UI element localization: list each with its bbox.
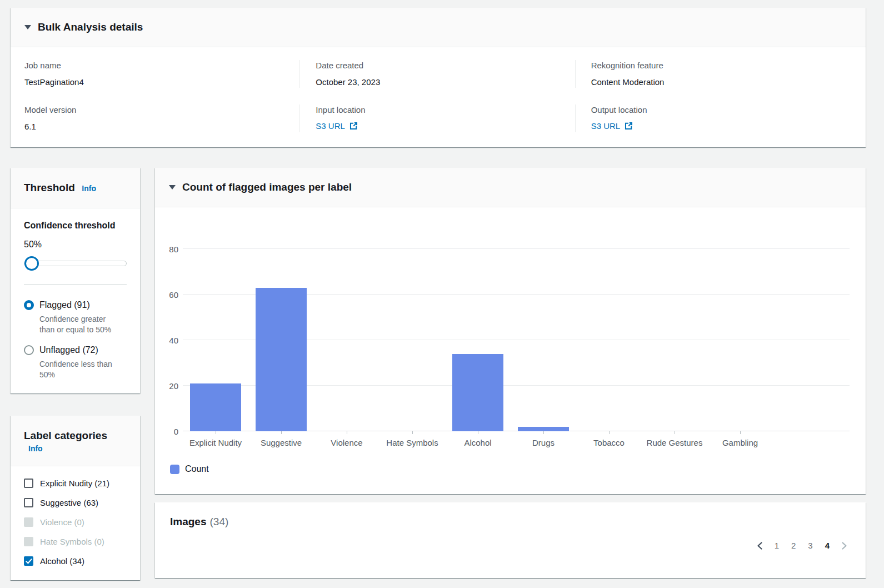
threshold-title: Threshold	[24, 182, 75, 193]
images-title-text: Images	[170, 516, 206, 527]
confidence-threshold-label: Confidence threshold	[24, 220, 127, 232]
link-text: S3 URL	[591, 121, 621, 131]
bar-alcohol[interactable]	[452, 354, 503, 431]
chart-legend[interactable]: Count	[170, 464, 850, 474]
checkbox-label: Violence (0)	[40, 516, 84, 528]
next-page-button[interactable]	[837, 540, 851, 551]
radio-texts: Flagged (91)Confidence greater than or e…	[39, 299, 123, 335]
bars-row	[183, 230, 773, 431]
s3-url-link[interactable]: S3 URL	[591, 121, 634, 131]
confidence-threshold-value: 50%	[24, 240, 127, 250]
threshold-body: Confidence threshold 50% Flagged (91)Con…	[11, 208, 140, 393]
x-axis-slot-tobacco: Tobacco	[576, 431, 642, 449]
collapse-caret-icon[interactable]	[169, 185, 176, 190]
previous-page-button[interactable]	[753, 540, 767, 551]
content-columns: Threshold Info Confidence threshold 50% …	[11, 168, 866, 580]
checkbox-suggestive-63[interactable]: Suggestive (63)	[24, 497, 127, 509]
bar-slot-hate-symbols	[379, 230, 445, 431]
bar-slot-explicit-nudity	[183, 230, 248, 431]
page-button-4[interactable]: 4	[821, 539, 834, 552]
chart-title: Count of flagged images per label	[182, 181, 352, 193]
details-field-input-location: Input locationS3 URL	[299, 104, 575, 132]
details-field-rekognition-feature: Rekognition featureContent Moderation	[575, 60, 850, 88]
field-label: Date created	[316, 60, 575, 71]
details-field-model-version: Model version6.1	[24, 104, 299, 132]
confidence-slider[interactable]	[24, 256, 127, 271]
bulk-analysis-page: Bulk Analysis details Job nameTestPagina…	[11, 8, 866, 580]
bar-slot-drugs	[511, 230, 576, 431]
x-axis-label: Explicit Nudity	[183, 437, 248, 449]
radio-label: Flagged (91)	[39, 299, 123, 311]
chart-panel: Count of flagged images per label 020406…	[155, 168, 866, 494]
y-axis-tick-40: 40	[156, 336, 178, 345]
label-categories-title: Label categories	[24, 430, 107, 441]
x-axis-slot-drugs: Drugs	[511, 431, 576, 449]
radio-label: Unflagged (72)	[39, 344, 123, 356]
checkbox-alcohol-34[interactable]: Alcohol (34)	[24, 555, 127, 567]
page-button-3[interactable]: 3	[803, 539, 817, 552]
bar-suggestive[interactable]	[256, 288, 307, 431]
bar-drugs[interactable]	[518, 427, 569, 431]
checkbox-unchecked-icon[interactable]	[24, 479, 33, 488]
radio-unselected-icon[interactable]	[24, 345, 34, 355]
chart-body: 020406080 Explicit NuditySuggestiveViole…	[155, 207, 866, 494]
x-axis-slot-explicit-nudity: Explicit Nudity	[183, 431, 248, 449]
images-title: Images(34)	[170, 516, 851, 528]
bar-explicit-nudity[interactable]	[190, 383, 241, 431]
images-count: (34)	[209, 516, 228, 527]
x-axis-label: Suggestive	[248, 437, 314, 449]
radio-option-flagged-91[interactable]: Flagged (91)Confidence greater than or e…	[24, 299, 127, 335]
threshold-info-link[interactable]: Info	[82, 184, 96, 193]
chart-panel-header[interactable]: Count of flagged images per label	[155, 168, 866, 207]
field-value: TestPagination4	[24, 77, 299, 88]
x-axis-label: Hate Symbols	[379, 437, 445, 449]
y-axis-tick-60: 60	[156, 290, 178, 300]
bar-chart-plot-area: 020406080	[183, 230, 850, 431]
s3-url-link[interactable]: S3 URL	[316, 121, 358, 131]
divider	[24, 284, 127, 285]
checkbox-unchecked-icon[interactable]	[24, 498, 33, 507]
external-link-icon	[349, 121, 358, 131]
radio-option-unflagged-72[interactable]: Unflagged (72)Confidence less than 50%	[24, 344, 127, 380]
y-axis-tick-80: 80	[156, 245, 178, 254]
x-axis-label: Alcohol	[445, 437, 511, 449]
label-categories-list: Explicit Nudity (21)Suggestive (63)Viole…	[11, 466, 140, 580]
x-axis-label: Rude Gestures	[642, 437, 707, 449]
chevron-right-icon	[840, 541, 848, 550]
slider-track[interactable]	[24, 261, 127, 266]
checkbox-checked-icon[interactable]	[24, 556, 33, 566]
page-button-1[interactable]: 1	[770, 539, 783, 552]
label-categories-info-link[interactable]: Info	[28, 444, 43, 453]
y-axis-tick-0: 0	[156, 427, 178, 436]
y-axis-tick-20: 20	[156, 381, 178, 391]
panel-title: Bulk Analysis details	[38, 21, 143, 33]
radio-selected-icon[interactable]	[24, 300, 34, 310]
label-categories-header: Label categories Info	[11, 416, 140, 466]
x-axis-slot-suggestive: Suggestive	[248, 431, 314, 449]
radio-description: Confidence greater than or equal to 50%	[39, 314, 123, 335]
bar-slot-violence	[314, 230, 379, 431]
threshold-header: Threshold Info	[11, 168, 140, 208]
x-axis-slot-rude-gestures: Rude Gestures	[642, 431, 707, 449]
checkbox-label: Suggestive (63)	[40, 497, 98, 509]
details-field-output-location: Output locationS3 URL	[575, 104, 850, 132]
bulk-analysis-details-header[interactable]: Bulk Analysis details	[11, 8, 866, 47]
page-numbers: 1234	[770, 539, 834, 552]
field-value: 6.1	[24, 121, 299, 132]
pagination: 1234	[753, 539, 851, 552]
radio-description: Confidence less than 50%	[39, 359, 123, 380]
chevron-left-icon	[756, 541, 765, 550]
slider-handle[interactable]	[24, 256, 39, 271]
main-content: Count of flagged images per label 020406…	[155, 168, 866, 578]
legend-label: Count	[185, 464, 209, 474]
images-panel: Images(34) 1234	[155, 502, 866, 578]
checkbox-label: Alcohol (34)	[40, 555, 84, 567]
checkbox-disabled-icon	[24, 517, 33, 527]
page-button-2[interactable]: 2	[787, 539, 800, 552]
bar-slot-suggestive	[248, 230, 314, 431]
checkbox-explicit-nudity-21[interactable]: Explicit Nudity (21)	[24, 477, 127, 489]
collapse-caret-icon[interactable]	[24, 25, 31, 29]
field-value: October 23, 2023	[316, 77, 575, 88]
checkbox-label: Hate Symbols (0)	[40, 536, 104, 547]
checkbox-violence-0: Violence (0)	[24, 516, 127, 528]
